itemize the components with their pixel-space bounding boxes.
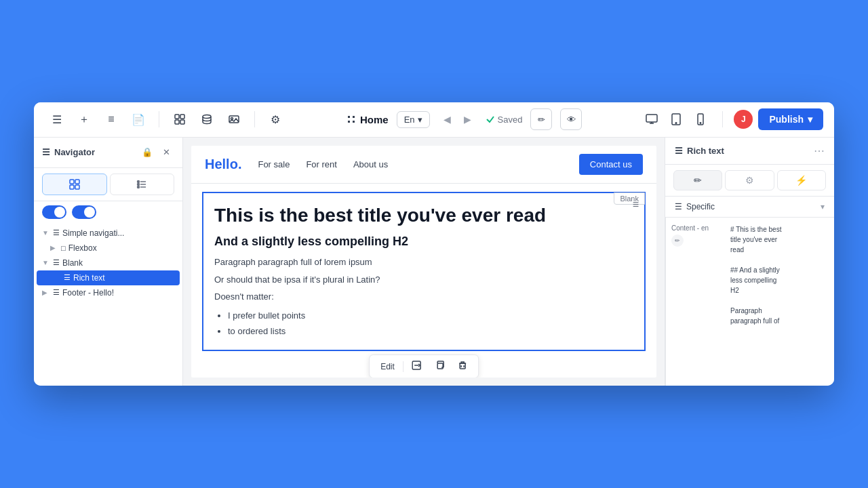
tree-label-footer: Footer - Hello! — [62, 288, 114, 298]
tree-item-blank[interactable]: ▼ ☰ Blank — [34, 256, 182, 270]
svg-point-11 — [701, 123, 701, 123]
blank-badge: Blank — [614, 192, 645, 205]
publish-label: Publish — [769, 114, 804, 125]
sidebar-header-actions: 🔒 ✕ — [139, 144, 174, 161]
content-para1: Paragraph paragraph full of lorem ipsum — [214, 256, 633, 269]
toggle-1[interactable] — [42, 205, 66, 219]
grid-view-btn[interactable] — [42, 174, 107, 195]
lang-btn[interactable]: En ▾ — [397, 111, 430, 128]
right-panel-label: Rich text — [687, 146, 724, 156]
content-h1: This is the best title you've ever read — [214, 204, 633, 227]
tree-item-flexbox[interactable]: ▶ □ Flexbox — [34, 241, 182, 256]
svg-rect-7 — [646, 115, 657, 122]
svg-point-9 — [676, 123, 677, 124]
publish-btn[interactable]: Publish ▾ — [758, 108, 823, 130]
svg-point-20 — [138, 186, 140, 188]
user-avatar-btn[interactable]: J — [734, 110, 753, 129]
nav-for-rent[interactable]: For rent — [306, 159, 337, 169]
content-block[interactable]: Blank ≡ This is the best title you've ev… — [202, 192, 646, 352]
page-btn[interactable]: 📄 — [126, 107, 151, 131]
right-tab-sliders[interactable]: ⚙ — [725, 170, 774, 190]
svg-rect-3 — [180, 120, 184, 124]
tree-item-rich-text[interactable]: ☰ Rich text — [37, 270, 180, 285]
copy-btn[interactable] — [429, 358, 450, 375]
svg-rect-0 — [175, 115, 179, 119]
lang-indicator-text: Content - en — [671, 224, 709, 232]
tree-item-simple-nav[interactable]: ▼ ☰ Simple navigati... — [34, 226, 182, 241]
tablet-btn[interactable] — [665, 108, 687, 130]
content-list: I prefer bullet points to ordered lists — [228, 308, 633, 340]
navigator-label: Navigator — [54, 147, 95, 157]
section-label: Specific — [686, 202, 715, 211]
tree-item-footer[interactable]: ▶ ☰ Footer - Hello! — [34, 285, 182, 300]
right-tab-pencil[interactable]: ✏ — [673, 170, 722, 190]
component-btn[interactable] — [167, 107, 192, 131]
wrap-btn[interactable] — [406, 358, 427, 375]
lang-text: En — [404, 115, 415, 125]
list-btn[interactable]: ≡ — [99, 107, 123, 131]
svg-point-4 — [203, 115, 211, 119]
sep2 — [254, 111, 255, 127]
toolbar-center: Home En ▾ ◀ ▶ Saved ✏ 👁 — [290, 108, 638, 130]
saved-badge: Saved — [486, 115, 523, 125]
svg-rect-14 — [70, 185, 74, 189]
device-btns — [641, 108, 711, 130]
site-nav-links: For sale For rent About us — [258, 159, 562, 169]
right-panel-menu-btn[interactable]: ⋯ — [814, 144, 825, 157]
menu-icon-btn[interactable]: ☰ — [45, 107, 69, 131]
sidebar-view-toggle — [34, 168, 182, 201]
close-sidebar-btn[interactable]: ✕ — [158, 144, 174, 161]
nav-for-sale[interactable]: For sale — [258, 159, 290, 169]
nav-back-btn[interactable]: ◀ — [438, 110, 457, 129]
list-item-2: to ordered lists — [228, 323, 633, 339]
edit-small-btn[interactable]: ✏ — [671, 235, 684, 247]
edit-btn-toolbar[interactable]: Edit — [375, 359, 400, 374]
contact-btn[interactable]: Contact us — [579, 154, 643, 175]
desktop-btn[interactable] — [641, 108, 663, 130]
svg-point-16 — [138, 180, 140, 182]
media-btn[interactable] — [222, 107, 246, 131]
navigator-title: ☰ Navigator — [42, 147, 95, 157]
saved-text: Saved — [498, 115, 523, 125]
app-window: ☰ ＋ ≡ 📄 ⚙ Home En ▾ ◀ ▶ — [34, 102, 834, 386]
content-para2: Or should that be ipsa if it's plural in… — [214, 273, 633, 287]
svg-rect-24 — [460, 363, 465, 369]
database-btn[interactable] — [195, 107, 219, 131]
tree-icon-blank: ☰ — [53, 258, 60, 267]
right-panel-header: ☰ Rich text ⋯ — [665, 138, 834, 165]
sidebar-toggles — [34, 201, 182, 223]
right-panel-title: ☰ Rich text — [675, 146, 724, 156]
right-panel-tabs: ✏ ⚙ ⚡ — [665, 165, 834, 197]
edit-mode-btn[interactable]: ✏ — [530, 108, 552, 130]
mobile-btn[interactable] — [690, 108, 711, 130]
tree-arrow: ▼ — [42, 229, 50, 237]
nav-about-us[interactable]: About us — [353, 159, 388, 169]
tree-arrow-blank: ▼ — [42, 259, 50, 266]
preview-btn[interactable]: 👁 — [560, 108, 582, 130]
content-para3: Doesn't matter: — [214, 290, 633, 304]
svg-rect-1 — [180, 115, 184, 119]
sidebar-header: ☰ Navigator 🔒 ✕ — [34, 138, 182, 168]
delete-btn[interactable] — [452, 358, 473, 375]
tree-label-blank: Blank — [62, 258, 83, 268]
right-panel-content: Content - en ✏ # This is the best title … — [665, 218, 834, 386]
section-dropdown-btn[interactable]: ▾ — [821, 202, 825, 211]
add-btn[interactable]: ＋ — [72, 107, 96, 131]
home-text: Home — [360, 114, 389, 125]
svg-rect-12 — [70, 180, 74, 184]
list-view-btn[interactable] — [110, 174, 175, 195]
top-toolbar: ☰ ＋ ≡ 📄 ⚙ Home En ▾ ◀ ▶ — [34, 102, 834, 138]
right-tab-bolt[interactable]: ⚡ — [777, 170, 826, 190]
nav-forward-btn[interactable]: ▶ — [458, 110, 477, 129]
block-menu-btn[interactable]: ≡ — [633, 199, 639, 211]
lock-btn[interactable]: 🔒 — [139, 144, 155, 161]
logo-text: Hello. — [205, 157, 241, 171]
site-logo: Hello. — [205, 157, 241, 172]
block-toolbar: Edit — [369, 354, 479, 378]
tree-icon-footer: ☰ — [53, 288, 60, 297]
content-h2: And a slightly less compelling H2 — [214, 235, 633, 249]
tree-label-flexbox: Flexbox — [68, 243, 97, 253]
toggle-2[interactable] — [72, 205, 96, 219]
settings-btn[interactable]: ⚙ — [263, 107, 288, 131]
svg-rect-13 — [75, 180, 79, 184]
